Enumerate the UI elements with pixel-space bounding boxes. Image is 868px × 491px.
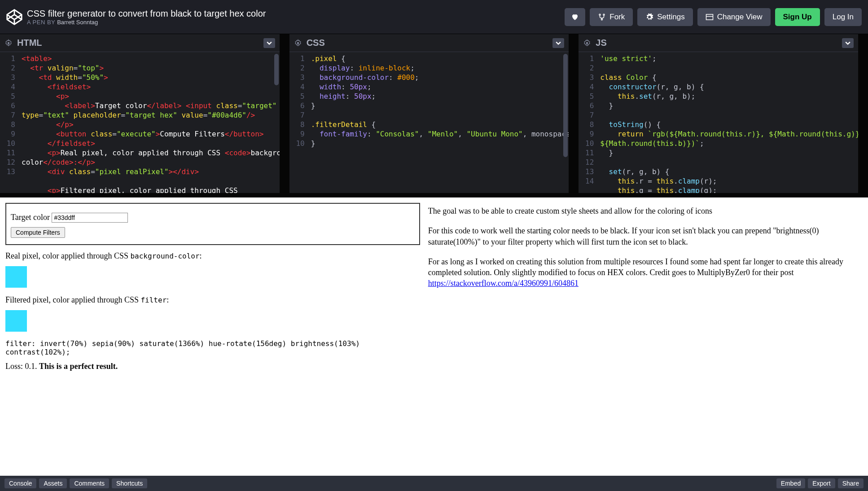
- gear-icon[interactable]: [294, 39, 302, 47]
- target-input[interactable]: [52, 213, 128, 223]
- assets-button[interactable]: Assets: [39, 478, 67, 488]
- css-code[interactable]: .pixel { display: inline-block; backgrou…: [308, 52, 569, 193]
- loss-output: Loss: 0.1. This is a perfect result.: [5, 362, 420, 371]
- title-area: CSS filter generator to convert from bla…: [27, 9, 565, 26]
- embed-button[interactable]: Embed: [776, 478, 805, 488]
- fork-button[interactable]: Fork: [590, 8, 633, 26]
- author-link[interactable]: Barrett Sonntag: [57, 19, 98, 26]
- export-button[interactable]: Export: [808, 478, 835, 488]
- preview-pane: Target color Compute Filters Real pixel,…: [0, 193, 868, 476]
- filter-output: filter: invert(70%) sepia(90%) saturate(…: [5, 339, 420, 356]
- login-button[interactable]: Log In: [824, 8, 862, 26]
- js-gutter: 1234567891011121314: [579, 52, 597, 193]
- js-code[interactable]: 'use strict'; class Color { constructor(…: [597, 52, 858, 193]
- target-fieldset: Target color Compute Filters: [5, 203, 420, 245]
- css-code-area[interactable]: 12345678910 .pixel { display: inline-blo…: [289, 52, 569, 193]
- js-editor-menu[interactable]: [842, 38, 854, 48]
- html-editor-menu[interactable]: [263, 38, 275, 48]
- svg-point-4: [586, 42, 588, 44]
- js-editor-title: JS: [596, 38, 842, 48]
- signup-button[interactable]: Sign Up: [775, 8, 820, 26]
- js-editor-header: JS: [579, 34, 858, 52]
- gear-icon[interactable]: [583, 39, 591, 47]
- explain-paragraph: For this code to work well the starting …: [428, 225, 859, 247]
- compute-filters-button[interactable]: Compute Filters: [11, 227, 65, 238]
- real-pixel: [5, 266, 27, 288]
- shortcuts-button[interactable]: Shortcuts: [112, 478, 147, 488]
- heart-button[interactable]: [565, 8, 585, 26]
- js-editor: JS 1234567891011121314 'use strict'; cla…: [579, 34, 858, 193]
- settings-button[interactable]: Settings: [637, 8, 693, 26]
- heart-icon: [571, 13, 579, 21]
- comments-button[interactable]: Comments: [70, 478, 109, 488]
- codepen-logo-icon: [6, 9, 22, 25]
- layout-icon: [706, 13, 714, 21]
- pen-title: CSS filter generator to convert from bla…: [27, 9, 565, 19]
- svg-point-3: [297, 42, 299, 44]
- css-editor: CSS 12345678910 .pixel { display: inline…: [289, 34, 569, 193]
- gear-icon[interactable]: [4, 39, 13, 47]
- change-view-button[interactable]: Change View: [697, 8, 771, 26]
- html-gutter: 12345678910111213: [0, 52, 19, 193]
- js-code-area[interactable]: 1234567891011121314 'use strict'; class …: [579, 52, 858, 193]
- css-gutter: 12345678910: [289, 52, 308, 193]
- share-button[interactable]: Share: [838, 478, 864, 488]
- footer: Console Assets Comments Shortcuts Embed …: [0, 476, 868, 491]
- html-editor: HTML 12345678910111213 <table> <tr valig…: [0, 34, 280, 193]
- console-button[interactable]: Console: [4, 478, 36, 488]
- credit-link[interactable]: https://stackoverflow.com/a/43960991/604…: [428, 279, 579, 288]
- css-editor-title: CSS: [307, 38, 553, 48]
- goal-paragraph: The goal was to be able to create custom…: [428, 206, 859, 216]
- gear-icon: [645, 13, 653, 21]
- header: CSS filter generator to convert from bla…: [0, 0, 868, 34]
- svg-point-2: [8, 42, 10, 44]
- editors-row: HTML 12345678910111213 <table> <tr valig…: [0, 34, 868, 193]
- pen-byline: A PEN BY Barrett Sonntag: [27, 19, 565, 26]
- credit-paragraph: For as long as I worked on creating this…: [428, 256, 859, 289]
- header-buttons: Fork Settings Change View Sign Up Log In: [565, 8, 862, 26]
- html-code-area[interactable]: 12345678910111213 <table> <tr valign="to…: [0, 52, 280, 193]
- real-pixel-label: Real pixel, color applied through CSS ba…: [5, 251, 420, 261]
- filtered-pixel: [5, 310, 27, 332]
- css-editor-menu[interactable]: [552, 38, 564, 48]
- scrollbar[interactable]: [563, 54, 568, 157]
- target-label: Target color: [11, 213, 50, 222]
- chevron-down-icon: [556, 40, 561, 46]
- html-code[interactable]: <table> <tr valign="top"> <td width="50%…: [19, 52, 280, 193]
- css-editor-header: CSS: [289, 34, 569, 52]
- fork-icon: [598, 13, 606, 21]
- filtered-pixel-label: Filtered pixel, color applied through CS…: [5, 295, 420, 305]
- html-editor-header: HTML: [0, 34, 280, 52]
- preview-right: The goal was to be able to create custom…: [425, 197, 868, 476]
- chevron-down-icon: [267, 40, 272, 46]
- scrollbar[interactable]: [274, 54, 279, 85]
- html-editor-title: HTML: [17, 38, 263, 48]
- svg-rect-0: [706, 14, 713, 20]
- preview-left: Target color Compute Filters Real pixel,…: [0, 197, 425, 476]
- chevron-down-icon: [845, 40, 850, 46]
